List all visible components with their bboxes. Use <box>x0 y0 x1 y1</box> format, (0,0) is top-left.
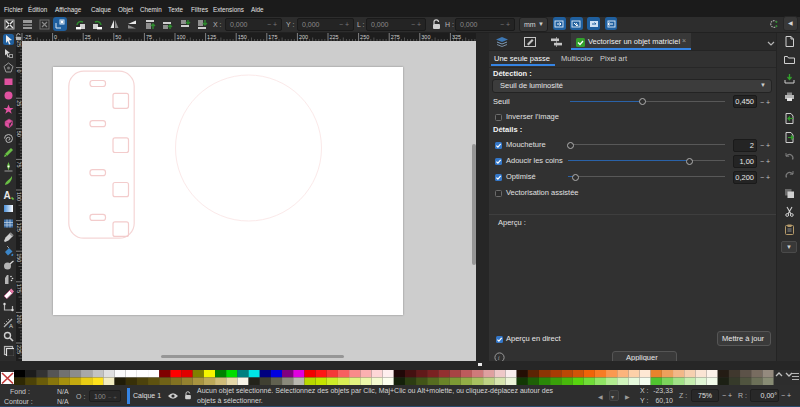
svg-text:25: 25 <box>85 34 91 40</box>
svg-text:A: A <box>9 322 13 328</box>
svg-text:-25: -25 <box>24 34 32 40</box>
svg-text:75: 75 <box>146 34 152 40</box>
svg-text:A: A <box>3 190 10 201</box>
svg-text:50: 50 <box>115 34 121 40</box>
